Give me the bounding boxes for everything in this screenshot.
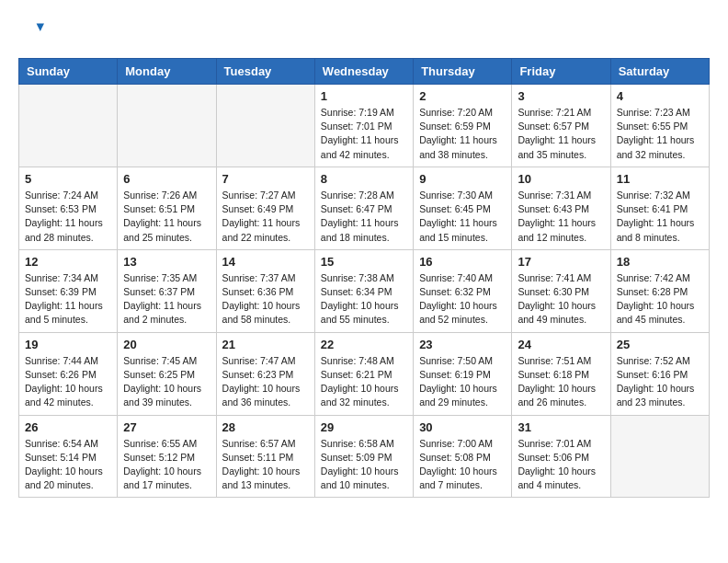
day-info-line: Sunset: 5:06 PM xyxy=(518,452,589,463)
calendar-cell: 25Sunrise: 7:52 AMSunset: 6:16 PMDayligh… xyxy=(610,332,709,415)
day-info-line: Sunrise: 7:32 AM xyxy=(617,190,690,201)
day-info-line: Sunrise: 6:55 AM xyxy=(123,438,197,449)
day-number: 5 xyxy=(25,172,111,186)
day-info: Sunrise: 7:50 AMSunset: 6:19 PMDaylight:… xyxy=(419,354,506,410)
calendar-cell xyxy=(19,85,118,167)
day-number: 15 xyxy=(321,255,407,269)
day-info-line: and 55 minutes. xyxy=(321,314,390,325)
svg-rect-1 xyxy=(18,18,37,44)
day-info: Sunrise: 6:58 AMSunset: 5:09 PMDaylight:… xyxy=(321,437,407,493)
day-info-line: Sunrise: 7:21 AM xyxy=(518,107,591,118)
day-info-line: and 22 minutes. xyxy=(222,232,291,243)
day-info-line: Sunset: 6:21 PM xyxy=(321,369,392,380)
day-info: Sunrise: 7:41 AMSunset: 6:30 PMDaylight:… xyxy=(518,271,604,327)
calendar-cell xyxy=(216,85,314,167)
day-info-line: Daylight: 10 hours xyxy=(321,300,399,311)
day-info: Sunrise: 7:44 AMSunset: 6:26 PMDaylight:… xyxy=(25,354,111,410)
day-info-line: Daylight: 10 hours xyxy=(321,465,399,477)
day-info-line: Sunset: 6:39 PM xyxy=(25,286,97,297)
day-info: Sunrise: 7:20 AMSunset: 6:59 PMDaylight:… xyxy=(419,106,506,162)
day-info-line: Sunset: 6:53 PM xyxy=(25,203,97,214)
calendar-cell: 26Sunrise: 6:54 AMSunset: 5:14 PMDayligh… xyxy=(19,415,118,498)
calendar-cell: 13Sunrise: 7:35 AMSunset: 6:37 PMDayligh… xyxy=(118,249,216,332)
day-info-line: Daylight: 10 hours xyxy=(518,300,596,311)
day-info: Sunrise: 6:57 AMSunset: 5:11 PMDaylight:… xyxy=(222,437,309,493)
svg-marker-0 xyxy=(37,24,44,31)
day-info-line: and 26 minutes. xyxy=(518,396,586,408)
day-info-line: Sunrise: 7:26 AM xyxy=(123,190,197,201)
day-info-line: Sunrise: 7:48 AM xyxy=(321,355,394,366)
day-info-line: and 15 minutes. xyxy=(419,232,488,243)
calendar-cell: 12Sunrise: 7:34 AMSunset: 6:39 PMDayligh… xyxy=(19,249,118,332)
day-info-line: Daylight: 10 hours xyxy=(123,465,201,477)
logo xyxy=(18,18,50,44)
day-info: Sunrise: 7:01 AMSunset: 5:06 PMDaylight:… xyxy=(518,437,604,493)
day-info-line: and 36 minutes. xyxy=(222,396,291,408)
day-number: 23 xyxy=(419,338,506,351)
day-number: 24 xyxy=(518,338,604,351)
day-number: 6 xyxy=(123,172,210,186)
day-info: Sunrise: 6:55 AMSunset: 5:12 PMDaylight:… xyxy=(123,437,210,493)
day-number: 9 xyxy=(419,172,506,186)
day-number: 22 xyxy=(321,338,407,351)
day-info-line: Daylight: 11 hours xyxy=(419,217,497,228)
day-info: Sunrise: 6:54 AMSunset: 5:14 PMDaylight:… xyxy=(25,437,111,493)
calendar-cell: 1Sunrise: 7:19 AMSunset: 7:01 PMDaylight… xyxy=(314,85,413,167)
day-number: 1 xyxy=(321,89,407,103)
calendar-cell: 4Sunrise: 7:23 AMSunset: 6:55 PMDaylight… xyxy=(610,85,709,167)
day-info-line: and 28 minutes. xyxy=(25,232,94,243)
calendar-cell xyxy=(610,415,709,498)
day-info-line: Sunset: 6:19 PM xyxy=(419,369,491,380)
day-number: 17 xyxy=(518,255,604,269)
day-info-line: Sunset: 5:09 PM xyxy=(321,452,392,463)
day-info: Sunrise: 7:28 AMSunset: 6:47 PMDaylight:… xyxy=(321,189,407,245)
day-info-line: and 18 minutes. xyxy=(321,232,390,243)
day-info: Sunrise: 7:24 AMSunset: 6:53 PMDaylight:… xyxy=(25,189,111,245)
day-info-line: Daylight: 10 hours xyxy=(617,300,695,311)
day-info-line: Sunrise: 7:01 AM xyxy=(518,438,591,449)
day-info-line: Daylight: 11 hours xyxy=(222,217,301,228)
day-number: 3 xyxy=(518,89,604,103)
day-info-line: Sunset: 6:34 PM xyxy=(321,286,392,297)
calendar-cell: 22Sunrise: 7:48 AMSunset: 6:21 PMDayligh… xyxy=(314,332,413,415)
day-info-line: Sunrise: 7:28 AM xyxy=(321,190,394,201)
calendar-cell: 6Sunrise: 7:26 AMSunset: 6:51 PMDaylight… xyxy=(118,167,216,249)
day-info: Sunrise: 7:21 AMSunset: 6:57 PMDaylight:… xyxy=(518,106,604,162)
calendar-cell: 10Sunrise: 7:31 AMSunset: 6:43 PMDayligh… xyxy=(512,167,610,249)
calendar-cell: 8Sunrise: 7:28 AMSunset: 6:47 PMDaylight… xyxy=(314,167,413,249)
day-info-line: and 52 minutes. xyxy=(419,314,488,325)
day-info-line: Daylight: 11 hours xyxy=(321,134,399,145)
day-info-line: and 7 minutes. xyxy=(419,479,483,490)
day-info-line: Sunrise: 7:31 AM xyxy=(518,190,591,201)
day-info: Sunrise: 7:45 AMSunset: 6:25 PMDaylight:… xyxy=(123,354,210,410)
day-info: Sunrise: 7:51 AMSunset: 6:18 PMDaylight:… xyxy=(518,354,604,410)
day-info: Sunrise: 7:42 AMSunset: 6:28 PMDaylight:… xyxy=(617,271,703,327)
day-number: 10 xyxy=(518,172,604,186)
day-info-line: Daylight: 10 hours xyxy=(617,383,695,394)
day-info: Sunrise: 7:35 AMSunset: 6:37 PMDaylight:… xyxy=(123,271,210,327)
day-info-line: Daylight: 10 hours xyxy=(321,383,399,394)
day-info-line: Sunset: 6:30 PM xyxy=(518,286,589,297)
day-info-line: Sunset: 6:41 PM xyxy=(617,203,688,214)
calendar-week-2: 5Sunrise: 7:24 AMSunset: 6:53 PMDaylight… xyxy=(19,167,710,249)
day-info-line: Daylight: 10 hours xyxy=(25,465,103,477)
day-number: 11 xyxy=(617,172,703,186)
day-info-line: Sunrise: 7:20 AM xyxy=(419,107,493,118)
day-number: 30 xyxy=(419,420,506,434)
day-info-line: Sunrise: 7:50 AM xyxy=(419,355,493,366)
day-info-line: and 13 minutes. xyxy=(222,479,291,490)
day-info-line: Sunrise: 7:35 AM xyxy=(123,272,197,283)
day-info-line: and 49 minutes. xyxy=(518,314,586,325)
day-info-line: Sunset: 5:12 PM xyxy=(123,452,195,463)
calendar-cell: 3Sunrise: 7:21 AMSunset: 6:57 PMDaylight… xyxy=(512,85,610,167)
day-info: Sunrise: 7:48 AMSunset: 6:21 PMDaylight:… xyxy=(321,354,407,410)
calendar-cell: 16Sunrise: 7:40 AMSunset: 6:32 PMDayligh… xyxy=(414,249,512,332)
day-info-line: and 17 minutes. xyxy=(123,479,192,490)
page-header xyxy=(18,18,710,44)
day-info-line: Sunset: 6:18 PM xyxy=(518,369,589,380)
day-info-line: Sunset: 6:43 PM xyxy=(518,203,589,214)
day-info: Sunrise: 7:37 AMSunset: 6:36 PMDaylight:… xyxy=(222,271,309,327)
day-number: 18 xyxy=(617,255,703,269)
day-number: 16 xyxy=(419,255,506,269)
day-info-line: Sunset: 6:16 PM xyxy=(617,369,688,380)
